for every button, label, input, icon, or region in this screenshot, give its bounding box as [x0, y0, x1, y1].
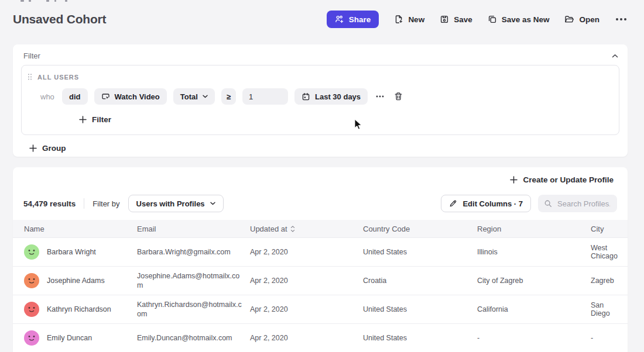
- profile-region-cell: City of Zagreb: [477, 277, 591, 285]
- save-button[interactable]: Save: [440, 15, 472, 24]
- column-header-name[interactable]: Name: [24, 225, 137, 233]
- behavior-clause-row: who did Watch Video Total: [28, 88, 612, 105]
- avatar: [24, 244, 39, 260]
- table-row[interactable]: Emily Duncan Emily.Duncan@hotmailx.com A…: [13, 324, 628, 352]
- open-button[interactable]: Open: [564, 15, 600, 24]
- clause-more-options-button[interactable]: [374, 94, 386, 99]
- plus-icon: [29, 144, 37, 152]
- profile-filter-dropdown[interactable]: Users with Profiles: [128, 195, 224, 212]
- file-new-icon: [394, 15, 403, 24]
- divider: [84, 198, 84, 209]
- profile-region-cell: Illinois: [477, 248, 591, 256]
- table-row[interactable]: Barbara Wright Barbara.Wright@gmailx.com…: [13, 238, 628, 267]
- table-body: Barbara Wright Barbara.Wright@gmailx.com…: [13, 238, 628, 352]
- share-button[interactable]: Share: [327, 11, 379, 28]
- profile-region-cell: -: [477, 334, 591, 342]
- collapse-filter-button[interactable]: [611, 53, 619, 60]
- results-count: 54,479 results: [23, 199, 76, 208]
- new-button[interactable]: New: [394, 15, 424, 24]
- table-header-row: Name Email Updated at Country Code Regio…: [13, 220, 628, 238]
- operator-selector[interactable]: ≥: [221, 88, 236, 105]
- profile-name: Emily Duncan: [47, 334, 92, 342]
- date-range-label: Last 30 days: [315, 92, 361, 101]
- filter-by-label: Filter by: [93, 199, 119, 208]
- did-label: did: [69, 92, 81, 101]
- add-group-label: Group: [42, 144, 66, 153]
- event-selector[interactable]: Watch Video: [94, 88, 167, 105]
- profile-filter-value: Users with Profiles: [136, 199, 205, 208]
- chevron-down-icon: [203, 95, 208, 98]
- profile-search-input[interactable]: [556, 199, 611, 209]
- avatar: [24, 273, 39, 288]
- avatar: [24, 330, 39, 346]
- date-range-selector[interactable]: Last 30 days: [294, 88, 368, 105]
- cropped-nav-fragment: [29, 0, 31, 2]
- chevron-down-icon: [210, 202, 215, 205]
- results-panel: Create or Update Profile 54,479 results …: [13, 167, 628, 352]
- sort-carets-icon: [290, 226, 295, 232]
- profile-updated-cell: Apr 2, 2020: [250, 334, 363, 342]
- profile-updated-cell: Apr 2, 2020: [250, 277, 363, 285]
- profile-city-cell: San Diego: [591, 301, 628, 318]
- kebab-dots-icon: [376, 95, 384, 98]
- aggregation-label: Total: [180, 92, 198, 101]
- calendar-icon: [302, 92, 310, 101]
- save-disk-icon: [440, 15, 449, 24]
- profile-country-cell: United States: [363, 334, 477, 342]
- threshold-value-input[interactable]: [242, 88, 288, 105]
- delete-clause-button[interactable]: [392, 90, 405, 103]
- profile-country-cell: United States: [363, 305, 477, 313]
- aggregation-selector[interactable]: Total: [173, 88, 215, 105]
- save-as-new-button[interactable]: Save as New: [488, 15, 550, 24]
- profile-name-cell: Emily Duncan: [24, 330, 137, 346]
- add-filter-button[interactable]: Filter: [76, 115, 115, 125]
- column-header-region[interactable]: Region: [477, 225, 591, 233]
- did-selector[interactable]: did: [62, 88, 88, 105]
- table-row[interactable]: Kathryn Richardson Kathryn.Richardson@ho…: [13, 295, 628, 324]
- profile-name: Josephine Adams: [47, 277, 105, 285]
- search-icon: [544, 199, 552, 208]
- new-button-label: New: [408, 15, 424, 24]
- profile-city-cell: West Chicago: [591, 244, 628, 260]
- plus-icon: [79, 116, 87, 123]
- screen-cursor-icon: [101, 92, 110, 101]
- people-add-icon: [335, 15, 344, 24]
- column-header-updated-at[interactable]: Updated at: [250, 225, 363, 233]
- cropped-nav-fragment: [65, 0, 67, 2]
- profile-email-cell: Emily.Duncan@hotmailx.com: [137, 333, 250, 343]
- profile-name-cell: Josephine Adams: [24, 273, 137, 288]
- profile-email-cell: Barbara.Wright@gmailx.com: [137, 247, 250, 257]
- mouse-pointer-icon: [354, 119, 362, 130]
- profile-updated-cell: Apr 2, 2020: [250, 248, 363, 256]
- avatar: [24, 302, 39, 317]
- results-toolbar: 54,479 results Filter by Users with Prof…: [13, 195, 628, 212]
- column-header-city[interactable]: City: [591, 225, 628, 233]
- profiles-table: Name Email Updated at Country Code Regio…: [13, 220, 628, 352]
- table-row[interactable]: Josephine Adams Josephine.Adams@hotmailx…: [13, 267, 628, 295]
- profile-name: Barbara Wright: [47, 248, 96, 256]
- column-header-email[interactable]: Email: [137, 225, 250, 233]
- profile-email-cell: Josephine.Adams@hotmailx.com: [137, 271, 250, 290]
- profile-name-cell: Barbara Wright: [24, 244, 137, 260]
- plus-icon: [510, 176, 518, 184]
- drag-handle-icon[interactable]: [28, 73, 32, 81]
- add-group-button[interactable]: Group: [26, 143, 70, 153]
- group-name-label: ALL USERS: [37, 74, 79, 81]
- pencil-icon: [449, 199, 457, 208]
- profile-search[interactable]: [538, 195, 617, 212]
- page-title: Unsaved Cohort: [13, 12, 106, 26]
- create-or-update-profile-button[interactable]: Create or Update Profile: [506, 175, 617, 185]
- header-actions: Share New Save: [327, 11, 628, 28]
- more-options-button[interactable]: [615, 16, 628, 23]
- share-button-label: Share: [349, 15, 371, 24]
- cropped-nav-fragment: [20, 0, 24, 2]
- cropped-nav-fragment: [46, 0, 49, 2]
- cohort-group-box: ALL USERS who did Watch Video Total: [21, 65, 619, 135]
- save-button-label: Save: [454, 15, 472, 24]
- operator-label: ≥: [227, 92, 231, 101]
- create-or-update-profile-label: Create or Update Profile: [523, 175, 614, 184]
- edit-columns-button[interactable]: Edit Columns · 7: [441, 195, 531, 212]
- filter-panel-title: Filter: [23, 51, 40, 60]
- cropped-nav-fragment: [54, 0, 56, 2]
- column-header-country-code[interactable]: Country Code: [363, 225, 477, 233]
